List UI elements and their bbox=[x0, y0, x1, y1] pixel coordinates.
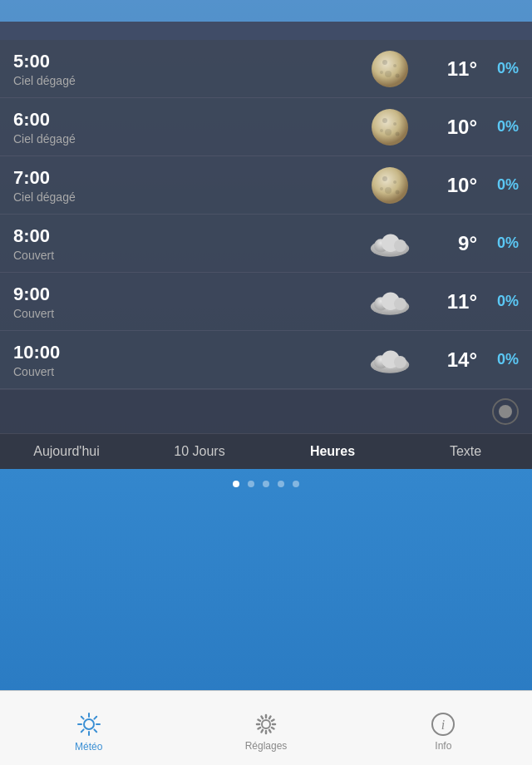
svg-line-44 bbox=[261, 729, 263, 732]
svg-point-25 bbox=[394, 298, 406, 310]
cloud-icon bbox=[361, 229, 419, 259]
condition-label: Ciel dégagé bbox=[13, 190, 361, 204]
time-label: 7:00 bbox=[13, 167, 361, 189]
svg-point-7 bbox=[382, 118, 387, 123]
svg-point-21 bbox=[394, 239, 406, 252]
time-label: 8:00 bbox=[13, 225, 361, 247]
pagination-dot-3[interactable] bbox=[278, 481, 284, 487]
moon-svg bbox=[370, 165, 410, 205]
temperature-label: 9° bbox=[419, 232, 477, 255]
weather-tab-aujourdhui[interactable]: Aujourd'hui bbox=[0, 434, 133, 469]
system-tab-info[interactable]: i Info bbox=[355, 705, 532, 752]
temperature-label: 14° bbox=[419, 348, 477, 372]
weather-tab-texte[interactable]: Texte bbox=[399, 434, 532, 469]
time-label: 6:00 bbox=[13, 109, 361, 131]
precipitation-label: 0% bbox=[477, 118, 519, 136]
pagination-dot-4[interactable] bbox=[293, 481, 299, 487]
svg-line-51 bbox=[272, 719, 274, 721]
day-nav bbox=[0, 22, 532, 40]
pagination bbox=[0, 469, 532, 499]
condition-label: Couvert bbox=[13, 365, 361, 378]
svg-line-48 bbox=[261, 716, 263, 718]
svg-point-16 bbox=[396, 190, 400, 194]
cloud-svg bbox=[366, 345, 414, 375]
moon-icon bbox=[361, 107, 419, 147]
circle-inner bbox=[499, 405, 512, 418]
weather-list: 5:00 Ciel dégagé 11°0%6:00 bbox=[0, 40, 532, 389]
cloud-icon bbox=[361, 345, 419, 375]
cloud-svg bbox=[366, 229, 414, 259]
svg-line-45 bbox=[258, 728, 260, 729]
svg-point-12 bbox=[372, 167, 408, 204]
time-condition: 9:00 Couvert bbox=[13, 284, 361, 320]
svg-line-34 bbox=[81, 729, 83, 732]
moon-svg bbox=[370, 49, 410, 89]
system-tab-réglages[interactable]: Réglages bbox=[177, 705, 354, 752]
svg-text:i: i bbox=[441, 718, 445, 732]
svg-line-41 bbox=[272, 728, 274, 729]
pagination-dot-1[interactable] bbox=[248, 481, 254, 487]
moon-svg bbox=[370, 107, 410, 147]
day-info bbox=[50, 30, 482, 32]
moon-icon bbox=[361, 165, 419, 205]
meteo-icon bbox=[76, 711, 102, 738]
svg-point-15 bbox=[385, 187, 392, 194]
system-tab-label: Météo bbox=[75, 741, 102, 753]
weather-row: 9:00 Couvert 11°0% bbox=[0, 273, 532, 331]
svg-point-11 bbox=[380, 129, 383, 132]
weather-tab-jours[interactable]: 10 Jours bbox=[133, 434, 266, 469]
svg-line-47 bbox=[258, 719, 260, 721]
svg-point-30 bbox=[84, 719, 94, 729]
cloud-svg bbox=[366, 287, 414, 317]
svg-point-29 bbox=[394, 356, 406, 368]
svg-point-1 bbox=[382, 60, 387, 65]
condition-label: Ciel dégagé bbox=[13, 132, 361, 146]
svg-point-6 bbox=[372, 109, 408, 146]
svg-point-10 bbox=[396, 131, 400, 136]
pagination-dot-0[interactable] bbox=[233, 481, 239, 487]
svg-point-8 bbox=[393, 122, 397, 126]
time-condition: 7:00 Ciel dégagé bbox=[13, 167, 361, 204]
temperature-label: 10° bbox=[419, 174, 477, 197]
precipitation-label: 0% bbox=[477, 234, 519, 252]
svg-point-13 bbox=[382, 176, 387, 181]
weather-row: 5:00 Ciel dégagé 11°0% bbox=[0, 40, 532, 98]
precipitation-label: 0% bbox=[477, 60, 519, 77]
svg-point-5 bbox=[380, 71, 383, 74]
svg-line-38 bbox=[94, 716, 96, 718]
system-tab-météo[interactable]: Météo bbox=[0, 704, 177, 753]
svg-point-4 bbox=[396, 73, 400, 77]
pagination-dot-2[interactable] bbox=[263, 481, 269, 487]
weather-row: 7:00 Ciel dégagé 10°0% bbox=[0, 156, 532, 215]
svg-line-50 bbox=[269, 716, 271, 718]
svg-point-3 bbox=[385, 71, 392, 77]
top-bar bbox=[0, 0, 532, 22]
precipitation-label: 0% bbox=[477, 176, 519, 194]
condition-label: Couvert bbox=[13, 249, 361, 262]
time-label: 5:00 bbox=[13, 51, 361, 72]
weather-tab-heures[interactable]: Heures bbox=[266, 434, 399, 469]
weather-tab-bar: Aujourd'hui10 JoursHeuresTexte bbox=[0, 433, 532, 469]
time-condition: 5:00 Ciel dégagé bbox=[13, 51, 361, 87]
timestamp-bar bbox=[0, 389, 532, 433]
reglages-icon bbox=[254, 712, 278, 737]
svg-point-9 bbox=[385, 129, 392, 136]
svg-point-17 bbox=[380, 187, 383, 190]
svg-line-36 bbox=[81, 716, 83, 718]
svg-point-14 bbox=[393, 180, 397, 184]
circle-button[interactable] bbox=[492, 398, 519, 425]
svg-line-32 bbox=[94, 729, 96, 732]
moon-icon bbox=[361, 49, 419, 89]
system-tab-bar: Météo Réglages i Info bbox=[0, 690, 532, 765]
system-tab-label: Info bbox=[435, 740, 451, 752]
weather-row: 10:00 Couvert 14°0% bbox=[0, 331, 532, 389]
weather-row: 8:00 Couvert 9°0% bbox=[0, 215, 532, 273]
temperature-label: 10° bbox=[419, 116, 477, 139]
precipitation-label: 0% bbox=[477, 293, 519, 310]
time-condition: 10:00 Couvert bbox=[13, 342, 361, 378]
svg-point-0 bbox=[372, 51, 408, 87]
svg-line-42 bbox=[269, 729, 271, 732]
cloud-icon bbox=[361, 287, 419, 317]
system-tab-label: Réglages bbox=[245, 740, 288, 752]
temperature-label: 11° bbox=[419, 57, 477, 81]
